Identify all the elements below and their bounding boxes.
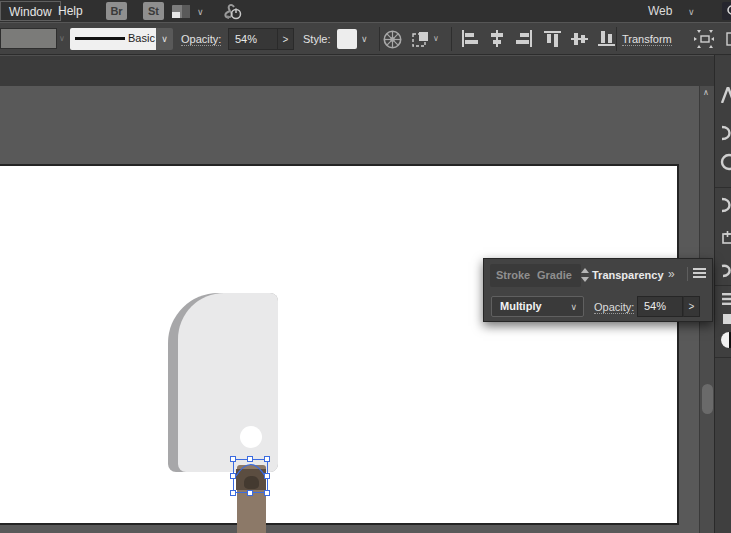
bridge-app-button[interactable]: Br [106, 2, 127, 20]
collapse-panel-icon[interactable]: » [668, 267, 674, 281]
tab-transparency[interactable]: Transparency [592, 269, 664, 281]
recolor-artwork-icon[interactable] [383, 30, 402, 53]
isolate-selected-object-icon[interactable] [412, 31, 430, 52]
dock-separator [715, 357, 731, 358]
dock-separator [715, 187, 731, 188]
tab-gradient[interactable]: Gradie [537, 269, 572, 281]
brush-name-label: Basic [128, 32, 155, 44]
separator [687, 267, 688, 281]
scroll-up-arrow-icon[interactable]: ∧ [703, 88, 709, 97]
free-transform-icon[interactable] [694, 30, 716, 52]
selection-handle[interactable] [247, 490, 253, 496]
tab-stroke[interactable]: Stroke [496, 269, 530, 281]
dock-panel-icon[interactable] [720, 231, 731, 248]
selection-handle[interactable] [264, 456, 270, 462]
opacity-input[interactable]: 54% [228, 28, 278, 50]
blend-mode-value: Multiply [500, 300, 542, 312]
control-bar: ∨ Basic ∨ Opacity: 54% > Style: ∨ ∨ [0, 22, 731, 55]
align-top-icon[interactable] [544, 30, 562, 51]
separator [379, 27, 380, 51]
arrange-documents-chevron-icon[interactable]: ∨ [197, 7, 204, 17]
style-chevron-icon[interactable]: ∨ [361, 34, 368, 44]
dock-panel-icon[interactable] [720, 153, 731, 174]
align-right-icon[interactable] [515, 30, 533, 51]
brush-definition-field[interactable]: Basic [70, 28, 156, 50]
align-bottom-icon[interactable] [598, 30, 616, 51]
scrollbar-thumb[interactable] [702, 384, 713, 414]
stock-app-button[interactable]: St [143, 2, 164, 20]
selection-handle[interactable] [264, 490, 270, 496]
arrange-documents-icon[interactable] [172, 4, 194, 23]
dock-panel-icon[interactable] [720, 125, 731, 144]
panel-opacity-link[interactable]: Opacity: [594, 301, 634, 314]
transparency-panel: Stroke Gradie Transparency » Multiply ∨ … [483, 258, 713, 322]
align-vertical-center-icon[interactable] [571, 30, 589, 51]
dock-separator [715, 285, 731, 286]
clipped-toolbar-icon [725, 30, 731, 48]
menu-item-help[interactable]: Help [50, 1, 91, 21]
workspace-chevron-icon[interactable]: ∨ [688, 7, 695, 17]
selection-handle[interactable] [247, 456, 253, 462]
menu-bar: Window Help Br St ∨ Web ∨ [0, 0, 731, 22]
panel-opacity-stepper-chevron-icon[interactable]: > [683, 296, 700, 317]
blend-mode-chevron-icon: ∨ [570, 302, 577, 312]
align-left-icon[interactable] [461, 30, 479, 51]
dock-panel-icon[interactable] [720, 293, 731, 308]
artboard[interactable] [0, 164, 679, 525]
isolate-chevron-icon[interactable]: ∨ [433, 34, 439, 43]
style-label: Style: [303, 33, 331, 45]
opacity-stepper-chevron-icon[interactable]: > [278, 28, 294, 50]
panel-menu-icon[interactable] [693, 266, 706, 278]
separator [451, 27, 452, 51]
selection-handle[interactable] [230, 473, 236, 479]
fill-chevron-icon[interactable]: ∨ [59, 34, 65, 43]
workspace-switcher[interactable]: Web [648, 1, 672, 21]
blend-mode-dropdown[interactable]: Multiply ∨ [491, 296, 584, 317]
fill-color-swatch[interactable] [0, 28, 57, 49]
opacity-link[interactable]: Opacity: [181, 33, 221, 46]
dock-panel-icon[interactable] [720, 313, 731, 328]
panel-dock [714, 55, 731, 533]
tab-cycle-icon[interactable] [581, 268, 589, 286]
dock-panel-icon[interactable] [720, 197, 731, 216]
dock-panel-icon[interactable] [720, 87, 731, 106]
transform-link[interactable]: Transform [622, 33, 672, 46]
selection-handle[interactable] [230, 456, 236, 462]
document-tab-strip [0, 55, 731, 86]
dock-panel-icon[interactable] [720, 263, 731, 282]
align-horizontal-center-icon[interactable] [488, 30, 506, 51]
brush-stroke-preview [75, 37, 125, 40]
separator [616, 27, 617, 51]
panel-opacity-input[interactable]: 54% [637, 296, 683, 317]
graphic-style-swatch[interactable] [337, 29, 357, 49]
cleaver-blade-shape[interactable] [178, 293, 278, 472]
selection-handle[interactable] [264, 473, 270, 479]
search-icon[interactable] [722, 2, 731, 20]
dock-panel-icon[interactable] [720, 331, 731, 352]
brush-dropdown-chevron-icon[interactable]: ∨ [156, 28, 173, 50]
selection-handle[interactable] [230, 490, 236, 496]
cleaver-blade-hole-shape[interactable] [240, 426, 262, 448]
